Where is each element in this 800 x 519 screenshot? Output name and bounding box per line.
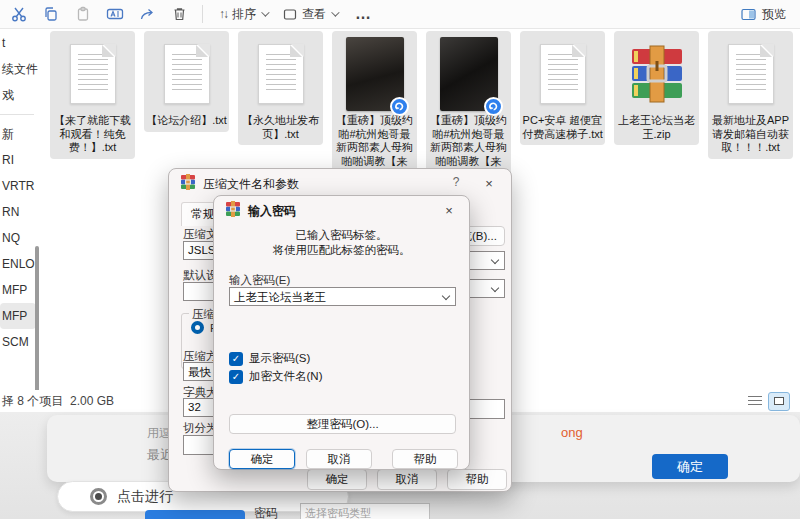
winrar-icon [225,201,241,221]
close-icon[interactable]: × [477,174,501,194]
archive-help-button[interactable]: 帮助 [447,469,507,490]
sidebar-item-label: SCM [2,335,29,349]
sidebar-item[interactable]: RI [0,147,42,173]
bottom-password-type-select[interactable]: 选择密码类型 [300,503,430,519]
file-tile[interactable]: 【永久地址发布页】.txt [238,31,323,145]
archive-dialog-title: 压缩文件名和参数 [203,176,299,193]
toolbar-divider [202,5,203,23]
file-name: 最新地址及APP请发邮箱自动获取！！！.txt [710,114,791,155]
preview-button[interactable]: 预览 [741,6,800,23]
file-tile[interactable]: 【重磅】顶级约啪#杭州炮哥最新两部素人母狗啪啪调教【来源... [332,31,417,186]
sidebar-item-label: NQ [2,231,20,245]
sidebar-item[interactable]: 新 [0,121,42,147]
cut-icon[interactable] [6,2,32,26]
password-input-label: 输入密码(E) [229,273,290,288]
organize-passwords-button[interactable]: 整理密码(O)... [229,414,456,434]
close-icon[interactable]: × [437,201,461,221]
password-cancel-button[interactable]: 取消 [306,449,372,469]
file-name: 【永久地址发布页】.txt [240,114,321,141]
show-password-label: 显示密码(S) [249,351,310,366]
sidebar-item[interactable]: 戏 [0,82,42,108]
share-icon[interactable] [134,2,160,26]
view-icon [283,8,297,21]
more-options-button[interactable]: … [345,5,381,23]
sidebar-item[interactable]: RN [0,199,42,225]
format-rar-radio[interactable] [191,321,204,334]
show-password-checkbox[interactable]: ✓ 显示密码(S) [229,351,310,366]
sidebar-item[interactable]: 续文件 [0,56,42,82]
preview-panel-icon [741,8,756,21]
sidebar-item-label: 戏 [2,87,14,104]
password-ok-button[interactable]: 确定 [229,449,295,469]
checkbox-checked-icon: ✓ [229,352,243,366]
encrypt-names-checkbox[interactable]: ✓ 加密文件名(N) [229,369,322,384]
rename-icon[interactable] [102,2,128,26]
file-name: 【来了就能下载和观看！纯免费！】.txt [52,114,133,155]
file-name: 上老王论坛当老王.zip [616,114,697,141]
sidebar-item-label: MFP [2,309,27,323]
icons-view-toggle[interactable] [768,392,790,411]
sidebar-divider [0,108,42,121]
paste-icon[interactable] [70,2,96,26]
icons-view-icon [774,397,784,405]
sidebar-item-label: t [2,36,5,50]
view-button[interactable]: 查看 [275,2,345,26]
preview-label: 预览 [762,6,786,23]
text-file-icon [540,44,586,104]
sidebar-item[interactable]: t [0,30,42,56]
sidebar-item-label: 续文件 [2,61,38,78]
password-dialog-titlebar[interactable]: 输入密码 [214,196,469,226]
file-tile[interactable]: 【重磅】顶级约啪#杭州炮哥最新两部素人母狗啪啪调教【来源... [426,31,511,186]
copy-icon[interactable] [38,2,64,26]
partial-red-text: ong [561,425,583,440]
bottom-password-label: 密码 [254,505,278,519]
winrar-icon [180,174,196,194]
file-tile[interactable]: PC+安卓 超便宜付费高速梯子.txt [520,31,605,145]
sidebar-item[interactable]: MFP [0,303,36,329]
verify-text: 点击进行 [117,488,173,506]
password-help-button[interactable]: 帮助 [392,449,458,469]
chevron-down-icon [331,8,339,16]
video-thumbnail [346,37,404,111]
delete-icon[interactable] [166,2,192,26]
file-tile[interactable]: 【论坛介绍】.txt [144,31,229,132]
view-label: 查看 [302,6,326,23]
sidebar: t 续文件 戏 新 RI VRTR RN NQ ENLO MFP MFP SCM [0,30,42,390]
file-tile[interactable]: 【来了就能下载和观看！纯免费！】.txt [50,31,135,159]
screen: ↑↓ 排序 查看 … 预览 t 续文件 戏 新 RI [0,0,800,519]
bottom-blue-button[interactable] [145,510,245,519]
selection-status: 择 8 个项目 2.00 GB [0,393,114,410]
archive-cancel-button[interactable]: 取消 [377,469,437,490]
text-file-icon [258,44,304,104]
text-file-icon [164,44,210,104]
video-thumbnail [440,37,498,111]
file-name: 【论坛介绍】.txt [146,114,227,128]
sidebar-item-label: ENLO [2,257,35,271]
sort-button[interactable]: ↑↓ 排序 [211,2,275,26]
file-name: PC+安卓 超便宜付费高速梯子.txt [522,114,603,141]
video-badge-icon [484,97,503,116]
sidebar-item[interactable]: VRTR [0,173,42,199]
sort-arrows-icon: ↑↓ [219,7,227,21]
details-view-icon[interactable] [748,396,762,406]
password-input[interactable]: 上老王论坛当老王 [229,287,456,306]
password-info-line1: 已输入密码标签。 [214,228,469,243]
winrar-archive-icon [629,45,685,103]
video-badge-icon [390,97,409,116]
file-tile[interactable]: 上老王论坛当老王.zip [614,31,699,145]
password-dialog: 输入密码 × 已输入密码标签。 将使用匹配此标签的密码。 输入密码(E) 上老王… [213,195,470,470]
archive-ok-button[interactable]: 确定 [307,469,367,490]
chevron-down-icon [261,8,269,16]
background-confirm-button[interactable]: 确定 [652,454,728,479]
help-icon[interactable]: ? [447,175,465,193]
sort-label: 排序 [232,6,256,23]
file-grid: 【来了就能下载和观看！纯免费！】.txt 【论坛介绍】.txt 【永久地址发布页… [42,31,800,186]
password-info-line2: 将使用匹配此标签的密码。 [214,243,469,258]
password-dialog-title: 输入密码 [248,203,296,220]
sidebar-scrollbar[interactable] [35,246,39,390]
file-tile[interactable]: 最新地址及APP请发邮箱自动获取！！！.txt [708,31,793,159]
explorer-toolbar: ↑↓ 排序 查看 … 预览 [0,0,800,29]
text-file-icon [70,44,116,104]
sidebar-item-label: RI [2,153,14,167]
sidebar-item-label: VRTR [2,179,34,193]
